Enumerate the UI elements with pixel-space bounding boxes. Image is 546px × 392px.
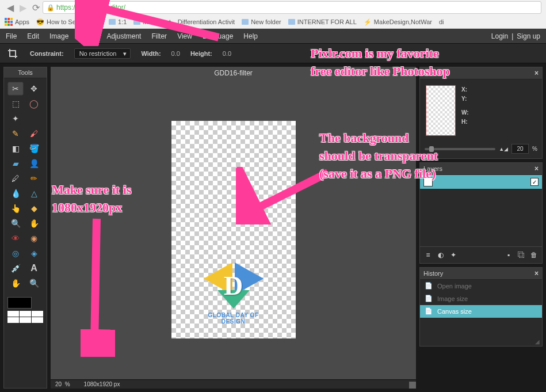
bookmark-item[interactable]: ⚡MakeDesign,NotWar <box>364 18 432 26</box>
marquee-tool[interactable]: ⬚ <box>7 97 24 111</box>
auth-sep: | <box>511 32 513 40</box>
panel-resize-grip[interactable]: ◢ <box>420 337 542 346</box>
width-label: Width: <box>141 50 161 57</box>
spot-tool[interactable]: ◉ <box>26 231 42 245</box>
menu-file[interactable]: File <box>6 32 17 40</box>
menu-layer[interactable]: Layer <box>79 32 96 40</box>
pencil-tool[interactable]: ✎ <box>7 127 24 140</box>
bookmark-item[interactable]: INTERNET FOR ALL <box>288 18 357 25</box>
lock-icon: 🔒 <box>47 4 55 12</box>
signup-link[interactable]: Sign up <box>517 32 540 40</box>
reload-button[interactable]: ⟳ <box>30 2 41 13</box>
menu-bar: File Edit Image Layer Adjustment Filter … <box>0 29 546 44</box>
canvas-status-bar: 20 % 1080x1920 px <box>51 379 416 389</box>
sharpen-tool[interactable]: △ <box>26 187 42 200</box>
login-link[interactable]: Login <box>491 32 508 40</box>
redeye-tool[interactable]: 👁 <box>7 231 24 245</box>
menu-filter[interactable]: Filter <box>151 32 167 40</box>
bookmark-item[interactable]: Moonshot <box>133 18 170 25</box>
logo-text: GLOBAL DAY OF DESIGN <box>202 312 265 325</box>
layer-new-icon[interactable]: ▪ <box>504 250 513 260</box>
menu-edit[interactable]: Edit <box>27 32 39 40</box>
blur-tool[interactable]: 💧 <box>7 187 24 200</box>
type-tool[interactable]: A <box>26 261 42 275</box>
foreground-swatch[interactable] <box>7 297 32 309</box>
move-tool[interactable]: ✥ <box>26 82 42 96</box>
sponge-tool[interactable]: ◆ <box>26 201 42 215</box>
menu-adjustment[interactable]: Adjustment <box>106 32 141 40</box>
zoom-input[interactable] <box>511 144 529 154</box>
bookmark-item[interactable]: di <box>439 18 444 25</box>
bloat-tool[interactable]: ◎ <box>7 246 24 260</box>
picker-tool[interactable]: 💉 <box>7 261 24 275</box>
url-path: pixlr.com/editor/ <box>77 3 125 12</box>
smudge-tool[interactable]: 👆 <box>7 201 24 215</box>
bookmark-item[interactable]: Differentiation Activit <box>178 18 235 25</box>
menu-image[interactable]: Image <box>49 32 68 40</box>
height-label: Height: <box>190 50 212 57</box>
hand-tool[interactable]: ✋ <box>7 276 24 290</box>
history-item[interactable]: 📄Image size <box>420 292 542 305</box>
layer-dup-icon[interactable]: ⿻ <box>517 250 526 260</box>
close-icon[interactable]: × <box>534 269 539 277</box>
navigator-info: X: Y: W: H: <box>461 85 469 136</box>
close-icon[interactable]: × <box>534 165 539 173</box>
browser-chrome: ◀ ▶ ⟳ 🔒 https://pixlr.com/editor/ Apps 😎… <box>0 0 546 29</box>
layer-trash-icon[interactable]: 🗑 <box>529 250 539 260</box>
history-panel: History × 📄Open image 📄Image size 📄Canva… <box>419 267 543 347</box>
history-item[interactable]: 📄Open image <box>420 280 542 292</box>
layer-thumbnail <box>423 177 433 187</box>
pinch-tool[interactable]: ◈ <box>26 246 42 260</box>
logo-graphic: D GLOBAL DAY OF DESIGN <box>202 250 265 325</box>
bucket-tool[interactable]: 🪣 <box>26 142 42 155</box>
url-host: https:// <box>56 3 77 12</box>
zoom-pct-label: % <box>532 146 537 152</box>
bookmark-item[interactable]: New folder <box>242 18 281 25</box>
swatch-grid[interactable] <box>7 311 43 323</box>
brush-tool[interactable]: 🖌 <box>26 127 42 140</box>
layer-fx-icon[interactable]: ✦ <box>449 250 458 260</box>
constraint-label: Constraint: <box>30 50 64 57</box>
options-bar: Constraint: No restriction Width: 0.0 He… <box>0 44 546 63</box>
clone-tool[interactable]: 👤 <box>26 157 42 170</box>
crop-tool[interactable]: ✂ <box>7 82 24 96</box>
menu-help[interactable]: Help <box>243 32 258 40</box>
replace-tool[interactable]: 🖊 <box>7 172 24 185</box>
apps-bookmark[interactable]: Apps <box>5 18 29 26</box>
back-button[interactable]: ◀ <box>5 2 16 13</box>
zoom-slider[interactable] <box>425 148 495 150</box>
menu-view[interactable]: View <box>177 32 192 40</box>
burn-tool[interactable]: ✋ <box>26 216 42 230</box>
history-item[interactable]: 📄Canvas size <box>420 305 542 318</box>
resize-corner[interactable] <box>409 382 416 389</box>
layers-title: Layers <box>423 165 442 172</box>
tools-panel-title: Tools <box>4 67 47 78</box>
bookmark-item[interactable]: 1:1 <box>109 18 127 25</box>
navigator-panel: Navigator × X: Y: W: H: ▲◢ % <box>419 67 543 159</box>
tools-panel: Tools ✂ ✥ ⬚ ◯ ✦ ✎ 🖌 ◧ 🪣 ▰ 👤 🖊 ✏ 💧 △ 👆 ◆ … <box>3 67 47 389</box>
height-value: 0.0 <box>223 50 231 57</box>
layer-row[interactable]: ✓ <box>420 175 542 189</box>
layers-panel: Layers × ✓ ≡ ◐ ✦ ▪ ⿻ 🗑 <box>419 162 543 264</box>
layer-settings-icon[interactable]: ≡ <box>423 250 433 260</box>
lasso-tool[interactable]: ◯ <box>26 97 42 111</box>
bookmark-item[interactable]: 😎How to Set Up Your <box>36 18 102 26</box>
layer-mask-icon[interactable]: ◐ <box>436 250 445 260</box>
gradient-tool[interactable]: ▰ <box>7 157 24 170</box>
wand-tool[interactable]: ✦ <box>7 112 24 125</box>
layer-visible-checkbox[interactable]: ✓ <box>530 178 539 186</box>
close-icon[interactable]: × <box>534 69 539 77</box>
crop-tool-icon <box>6 47 20 60</box>
eraser-tool[interactable]: ◧ <box>7 142 24 155</box>
zoom-tool[interactable]: 🔍 <box>26 276 42 290</box>
forward-button[interactable]: ▶ <box>17 2 29 13</box>
navigator-thumbnail[interactable] <box>426 85 456 136</box>
constraint-dropdown[interactable]: No restriction <box>74 48 131 59</box>
canvas[interactable]: D GLOBAL DAY OF DESIGN <box>171 121 296 338</box>
draw-tool[interactable]: ✏ <box>26 172 42 185</box>
menu-language[interactable]: Language <box>203 32 233 40</box>
canvas-zoom: 20 <box>55 381 62 387</box>
dodge-tool[interactable]: 🔍 <box>7 216 24 230</box>
url-field[interactable]: 🔒 https://pixlr.com/editor/ <box>43 1 541 14</box>
canvas-viewport[interactable]: D GLOBAL DAY OF DESIGN <box>51 79 416 379</box>
